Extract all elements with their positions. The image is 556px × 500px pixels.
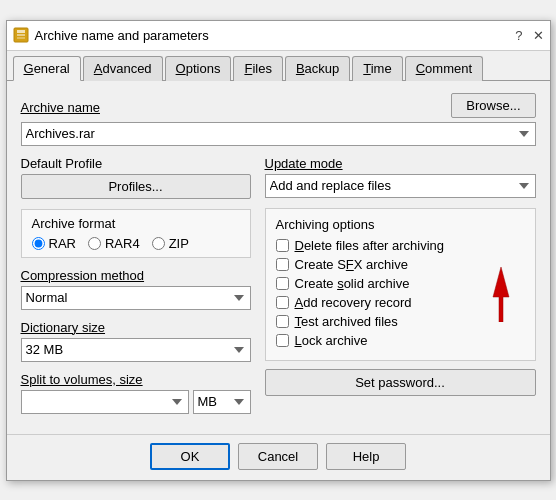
archive-name-header: Archive name Browse... (21, 93, 536, 118)
recovery-record-label: Add recovery record (295, 295, 412, 310)
format-rar-label[interactable]: RAR (32, 236, 76, 251)
tab-options[interactable]: Options (165, 56, 232, 81)
dictionary-select[interactable]: 32 MB 128 KB 256 KB 512 KB 1 MB 2 MB 4 M… (21, 338, 251, 362)
compression-label: Compression method (21, 268, 251, 283)
solid-archive-checkbox[interactable] (276, 277, 289, 290)
archive-name-row: Archives.rar (21, 122, 536, 146)
solid-archive-label: Create solid archive (295, 276, 410, 291)
checkbox-lock-archive: Lock archive (276, 333, 525, 348)
create-sfx-checkbox[interactable] (276, 258, 289, 271)
archive-name-input[interactable]: Archives.rar (21, 122, 536, 146)
footer: OK Cancel Help (7, 434, 550, 480)
right-column: Update mode Add and replace files Update… (265, 156, 536, 414)
split-size-input[interactable] (21, 390, 189, 414)
split-section: Split to volumes, size MB KB GB (21, 372, 251, 414)
arrow-indicator (481, 267, 521, 322)
lock-archive-label: Lock archive (295, 333, 368, 348)
left-column: Default Profile Profiles... Archive form… (21, 156, 251, 414)
checkbox-delete-files: Delete files after archiving (276, 238, 525, 253)
titlebar-left: Archive name and parameters (13, 27, 209, 43)
svg-rect-1 (17, 30, 25, 33)
format-radio-group: RAR RAR4 ZIP (32, 236, 240, 251)
middle-section: Default Profile Profiles... Archive form… (21, 156, 536, 414)
archiving-options-label: Archiving options (276, 217, 525, 232)
archive-format-section: Archive format RAR RAR4 ZIP (21, 209, 251, 258)
delete-files-checkbox[interactable] (276, 239, 289, 252)
help-titlebar-button[interactable]: ? (515, 28, 522, 43)
archive-name-label: Archive name (21, 100, 100, 115)
titlebar: Archive name and parameters ? ✕ (7, 21, 550, 51)
main-content: Archive name Browse... Archives.rar Defa… (7, 81, 550, 434)
titlebar-title: Archive name and parameters (35, 28, 209, 43)
tab-time[interactable]: Time (352, 56, 402, 81)
titlebar-controls: ? ✕ (515, 28, 543, 43)
format-rar4-radio[interactable] (88, 237, 101, 250)
dictionary-section: Dictionary size 32 MB 128 KB 256 KB 512 … (21, 320, 251, 362)
tab-advanced[interactable]: Advanced (83, 56, 163, 81)
update-mode-label: Update mode (265, 156, 536, 171)
app-icon (13, 27, 29, 43)
set-password-button[interactable]: Set password... (265, 369, 536, 396)
format-zip-label[interactable]: ZIP (152, 236, 189, 251)
compression-select[interactable]: Normal Store Fastest Fast Good Best (21, 286, 251, 310)
svg-rect-2 (17, 34, 25, 36)
dictionary-label: Dictionary size (21, 320, 251, 335)
create-sfx-label: Create SFX archive (295, 257, 408, 272)
tab-files[interactable]: Files (233, 56, 282, 81)
cancel-button[interactable]: Cancel (238, 443, 318, 470)
compression-section: Compression method Normal Store Fastest … (21, 268, 251, 310)
test-files-label: Test archived files (295, 314, 398, 329)
tab-comment[interactable]: Comment (405, 56, 483, 81)
split-units-select[interactable]: MB KB GB (193, 390, 251, 414)
default-profile-label: Default Profile (21, 156, 251, 171)
format-rar-radio[interactable] (32, 237, 45, 250)
format-rar4-label[interactable]: RAR4 (88, 236, 140, 251)
archiving-options-section: Archiving options Delete files after arc… (265, 208, 536, 361)
profiles-button[interactable]: Profiles... (21, 174, 251, 199)
default-profile-section: Default Profile Profiles... (21, 156, 251, 199)
svg-rect-3 (17, 37, 25, 39)
split-label: Split to volumes, size (21, 372, 251, 387)
split-row: MB KB GB (21, 390, 251, 414)
lock-archive-checkbox[interactable] (276, 334, 289, 347)
tab-general[interactable]: General (13, 56, 81, 81)
test-files-checkbox[interactable] (276, 315, 289, 328)
delete-files-label: Delete files after archiving (295, 238, 445, 253)
update-mode-select[interactable]: Add and replace files Update and add fil… (265, 174, 536, 198)
browse-button[interactable]: Browse... (451, 93, 535, 118)
svg-marker-4 (493, 267, 509, 322)
recovery-record-checkbox[interactable] (276, 296, 289, 309)
close-icon[interactable]: ✕ (533, 28, 544, 43)
ok-button[interactable]: OK (150, 443, 230, 470)
tab-backup[interactable]: Backup (285, 56, 350, 81)
format-zip-radio[interactable] (152, 237, 165, 250)
archive-format-label: Archive format (32, 216, 240, 231)
update-mode-section: Update mode Add and replace files Update… (265, 156, 536, 198)
main-window: Archive name and parameters ? ✕ General … (6, 20, 551, 481)
help-button[interactable]: Help (326, 443, 406, 470)
tab-bar: General Advanced Options Files Backup Ti… (7, 51, 550, 81)
